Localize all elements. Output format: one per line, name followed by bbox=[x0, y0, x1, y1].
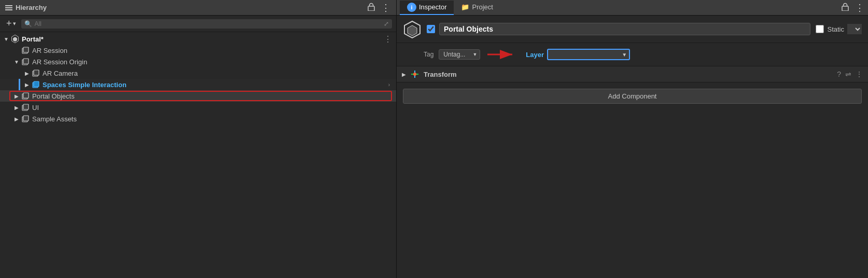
inspector-tab-icon: i bbox=[407, 3, 416, 12]
tree-label-portal-root: Portal* bbox=[22, 35, 44, 43]
svg-rect-0 bbox=[368, 6, 374, 11]
add-chevron-icon: ▾ bbox=[13, 20, 16, 27]
static-checkbox[interactable] bbox=[816, 25, 824, 33]
project-tab-icon: 📁 bbox=[461, 3, 469, 11]
tree-item-spaces[interactable]: ▶ Spaces Simple Interaction › bbox=[0, 79, 396, 90]
transform-icon bbox=[410, 70, 419, 79]
tree-label-ar-session: AR Session bbox=[32, 47, 67, 54]
cube-sample-assets-icon bbox=[21, 114, 30, 123]
expand-portal-icon[interactable]: ▼ bbox=[2, 36, 10, 42]
hierarchy-menu-icon[interactable] bbox=[5, 5, 12, 10]
hierarchy-header: Hierarchy ⋮ bbox=[0, 0, 396, 16]
static-dropdown[interactable] bbox=[847, 24, 862, 34]
transform-title: Transform bbox=[424, 71, 833, 78]
expand-portal-objects-icon[interactable]: ▶ bbox=[12, 93, 21, 99]
inspector-content: Static Tag Untag... ▼ bbox=[397, 16, 868, 278]
project-tab-label: Project bbox=[472, 3, 493, 11]
tree-item-ar-session-origin[interactable]: ▼ AR Session Origin bbox=[0, 56, 396, 67]
add-plus-label: + bbox=[6, 18, 12, 29]
hierarchy-more-button[interactable]: ⋮ bbox=[380, 1, 391, 15]
tree-item-portal-objects[interactable]: ▶ Portal Objects bbox=[0, 90, 396, 102]
cube-ar-session-icon bbox=[21, 46, 30, 55]
tab-project[interactable]: 📁 Project bbox=[454, 1, 500, 15]
search-input[interactable] bbox=[35, 20, 381, 27]
tag-layer-row: Tag Untag... ▼ bbox=[397, 43, 868, 66]
tabs-left: i Inspector 📁 Project bbox=[400, 1, 500, 15]
hierarchy-tree: ▼ Portal* ⋮ ▶ AR Session bbox=[0, 32, 396, 278]
add-component-section: Add Component bbox=[397, 82, 868, 110]
search-bar: 🔍 ⤢ bbox=[21, 19, 392, 29]
tag-label: Tag bbox=[424, 51, 433, 58]
tag-dropdown[interactable]: Untag... bbox=[439, 49, 480, 60]
svg-rect-17 bbox=[842, 6, 848, 11]
svg-rect-4 bbox=[23, 47, 29, 52]
hierarchy-title: Hierarchy bbox=[16, 4, 47, 11]
hierarchy-lock-button[interactable] bbox=[367, 2, 376, 13]
tree-label-ar-session-origin: AR Session Origin bbox=[32, 58, 87, 66]
transform-expand-icon[interactable]: ▶ bbox=[402, 72, 406, 77]
transform-section: ▶ Transform ? ⇌ ⋮ bbox=[397, 66, 868, 82]
tree-label-spaces: Spaces Simple Interaction bbox=[43, 81, 127, 89]
inspector-header-actions: ⋮ bbox=[841, 1, 865, 15]
expand-sample-assets-icon[interactable]: ▶ bbox=[12, 116, 21, 122]
red-arrow-annotation bbox=[486, 46, 517, 63]
inspector-tabs: i Inspector 📁 Project ⋮ bbox=[397, 0, 868, 16]
svg-rect-10 bbox=[34, 81, 39, 87]
cube-ar-session-origin-icon bbox=[21, 57, 30, 66]
tree-label-sample-assets: Sample Assets bbox=[32, 115, 77, 123]
svg-rect-14 bbox=[23, 104, 29, 109]
hierarchy-header-actions: ⋮ bbox=[367, 1, 391, 15]
static-label: Static bbox=[827, 25, 844, 33]
transform-settings-icon[interactable]: ⇌ bbox=[845, 70, 851, 78]
layer-dropdown-wrapper bbox=[547, 49, 630, 60]
inspector-lock-button[interactable] bbox=[841, 2, 850, 13]
tree-label-portal-objects: Portal Objects bbox=[32, 92, 75, 100]
hierarchy-header-left: Hierarchy bbox=[5, 4, 47, 11]
cube-ar-camera-icon bbox=[31, 68, 40, 78]
expand-spaces-icon[interactable]: ▶ bbox=[23, 82, 31, 88]
tab-inspector[interactable]: i Inspector bbox=[400, 1, 454, 15]
object-static-area: Static bbox=[816, 24, 862, 34]
tree-item-ui[interactable]: ▶ UI bbox=[0, 102, 396, 113]
expand-ar-session-origin-icon[interactable]: ▼ bbox=[12, 59, 21, 65]
object-cube-icon bbox=[403, 20, 422, 38]
inspector-more-button[interactable]: ⋮ bbox=[854, 1, 865, 15]
object-header: Static bbox=[397, 16, 868, 43]
expand-ui-icon[interactable]: ▶ bbox=[12, 105, 21, 110]
tree-item-sample-assets[interactable]: ▶ Sample Assets bbox=[0, 113, 396, 124]
svg-rect-8 bbox=[34, 70, 39, 75]
cube-ui-icon bbox=[21, 103, 30, 112]
hierarchy-toolbar: + ▾ 🔍 ⤢ bbox=[0, 16, 396, 32]
transform-more-icon[interactable]: ⋮ bbox=[856, 70, 863, 78]
svg-rect-6 bbox=[23, 59, 29, 64]
expand-ar-camera-icon[interactable]: ▶ bbox=[23, 71, 31, 76]
search-glass-icon: 🔍 bbox=[24, 20, 32, 27]
object-active-checkbox[interactable] bbox=[427, 25, 435, 33]
object-header-main bbox=[427, 23, 810, 35]
tree-item-portal-root[interactable]: ▼ Portal* ⋮ bbox=[0, 33, 396, 45]
layer-label: Layer bbox=[526, 51, 544, 59]
tree-more-portal-icon[interactable]: ⋮ bbox=[384, 34, 392, 44]
unity-logo-icon bbox=[10, 34, 20, 44]
transform-actions: ? ⇌ ⋮ bbox=[837, 70, 863, 78]
layer-dropdown[interactable] bbox=[547, 49, 630, 60]
svg-rect-16 bbox=[23, 116, 29, 121]
transform-help-icon[interactable]: ? bbox=[837, 70, 841, 78]
spaces-arrow-icon: › bbox=[388, 82, 390, 88]
tree-item-ar-camera[interactable]: ▶ AR Camera bbox=[0, 67, 396, 79]
inspector-panel: i Inspector 📁 Project ⋮ bbox=[397, 0, 868, 278]
svg-point-22 bbox=[413, 73, 416, 76]
add-component-button[interactable]: Add Component bbox=[403, 89, 862, 104]
object-name-field[interactable] bbox=[439, 23, 810, 35]
svg-rect-12 bbox=[23, 93, 29, 98]
add-object-button[interactable]: + ▾ bbox=[4, 18, 18, 29]
svg-marker-19 bbox=[408, 25, 417, 36]
tree-label-ar-camera: AR Camera bbox=[43, 70, 78, 77]
search-scope-icon[interactable]: ⤢ bbox=[384, 20, 389, 27]
hierarchy-panel: Hierarchy ⋮ + ▾ 🔍 ⤢ ▼ bbox=[0, 0, 397, 278]
colored-cube-spaces-icon bbox=[31, 80, 40, 89]
transform-header[interactable]: ▶ Transform ? ⇌ ⋮ bbox=[397, 66, 868, 82]
tree-item-ar-session[interactable]: ▶ AR Session bbox=[0, 45, 396, 56]
cube-portal-objects-icon bbox=[21, 91, 30, 101]
svg-marker-2 bbox=[13, 37, 17, 41]
